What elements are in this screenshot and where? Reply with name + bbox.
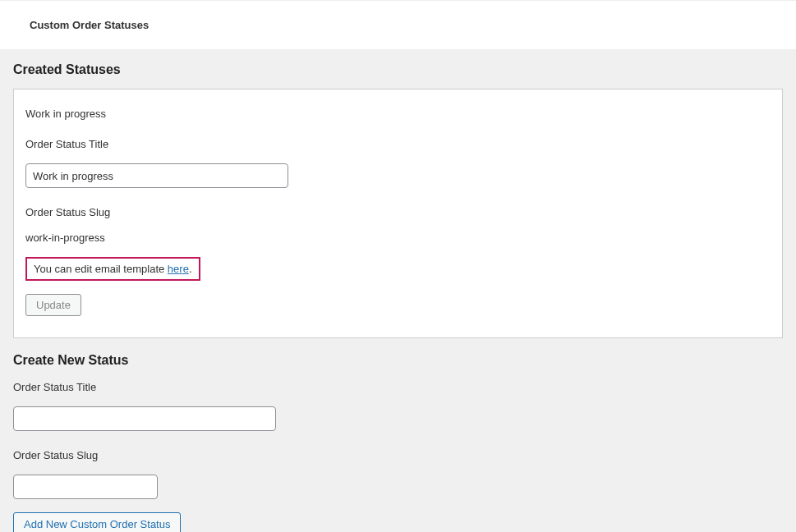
top-bar: Custom Order Statuses [0, 0, 796, 49]
update-button[interactable]: Update [25, 294, 81, 316]
add-new-status-button[interactable]: Add New Custom Order Status [13, 512, 181, 532]
create-new-section: Create New Status Order Status Title Ord… [0, 338, 796, 532]
new-order-status-title-label: Order Status Title [13, 381, 783, 393]
order-status-title-label: Order Status Title [25, 138, 771, 150]
create-new-heading: Create New Status [13, 353, 783, 381]
email-template-note: You can edit email template here. [25, 257, 200, 281]
new-order-status-slug-label: Order Status Slug [13, 449, 783, 461]
order-status-slug-label: Order Status Slug [25, 206, 771, 218]
email-template-link[interactable]: here [168, 263, 189, 275]
order-status-slug-value: work-in-progress [25, 232, 771, 244]
content-area: Created Statuses Work in progress Order … [0, 49, 796, 532]
template-note-prefix: You can edit email template [34, 263, 168, 275]
created-statuses-heading: Created Statuses [0, 62, 796, 89]
page-title: Custom Order Statuses [30, 19, 149, 31]
new-order-status-title-input[interactable] [13, 406, 276, 431]
status-name-text: Work in progress [25, 108, 771, 120]
order-status-title-input[interactable] [25, 163, 288, 188]
new-order-status-slug-input[interactable] [13, 475, 158, 499]
template-note-suffix: . [189, 263, 192, 275]
created-statuses-panel: Work in progress Order Status Title Orde… [13, 89, 783, 338]
